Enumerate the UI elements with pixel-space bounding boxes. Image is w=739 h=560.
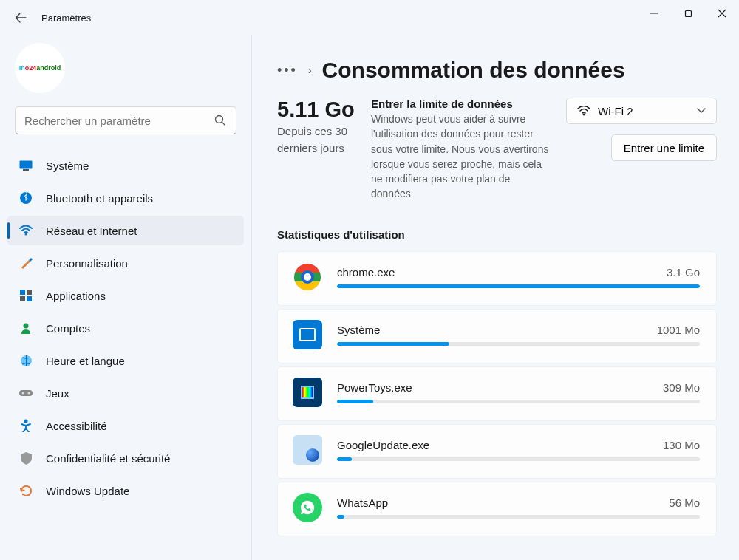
chrome-icon: [293, 262, 322, 292]
usage-bar: [337, 400, 700, 403]
breadcrumb: ••• › Consommation des données: [277, 58, 717, 83]
limit-description: Windows peut vous aider à suivre l'utili…: [371, 112, 550, 202]
nav-label: Jeux: [46, 387, 69, 400]
svg-rect-9: [27, 290, 32, 295]
search-input[interactable]: [15, 106, 236, 134]
limit-heading: Entrer la limite de données: [371, 98, 550, 110]
summary-panel: 5.11 Go Depuis ces 30 derniers jours Ent…: [277, 98, 717, 202]
nav-item-bluetooth[interactable]: Bluetooth et appareils: [7, 183, 244, 213]
avatar-logo: Ino24android: [19, 64, 61, 72]
shield-icon: [19, 451, 33, 465]
titlebar: Paramètres: [0, 0, 739, 35]
app-usage: 130 Mo: [663, 439, 700, 451]
search-wrap: [15, 106, 236, 134]
svg-rect-5: [23, 169, 29, 171]
app-row: WhatsApp56 Mo: [277, 482, 717, 536]
maximize-button[interactable]: [671, 0, 705, 27]
window-title: Paramètres: [41, 13, 91, 24]
svg-point-2: [216, 116, 223, 123]
app-row: PowerToys.exe309 Mo: [277, 366, 717, 421]
usage-bar: [337, 515, 700, 519]
wifi-icon: [577, 106, 590, 116]
nav-label: Personnalisation: [46, 257, 128, 270]
svg-point-12: [24, 324, 29, 329]
usage-bar: [337, 284, 700, 288]
nav-item-network[interactable]: Réseau et Internet: [7, 216, 244, 245]
nav-list: Système Bluetooth et appareils Réseau et…: [7, 151, 244, 505]
app-row: GoogleUpdate.exe130 Mo: [277, 424, 717, 479]
close-icon: [718, 9, 726, 18]
page-title: Consommation des données: [322, 58, 625, 83]
chevron-right-icon: ›: [308, 64, 312, 76]
app-name: WhatsApp: [337, 496, 388, 509]
close-button[interactable]: [705, 0, 739, 27]
nav-label: Confidentialité et sécurité: [46, 452, 170, 465]
nav-label: Windows Update: [46, 485, 129, 497]
svg-point-7: [25, 233, 27, 236]
svg-point-17: [24, 420, 28, 423]
nav-item-update[interactable]: Windows Update: [7, 476, 244, 505]
main-content: ••• › Consommation des données 5.11 Go D…: [251, 35, 739, 560]
clock-globe-icon: [19, 354, 33, 367]
app-usage: 1001 Mo: [657, 324, 700, 336]
system-icon: [293, 320, 322, 349]
svg-rect-1: [685, 10, 691, 16]
usage-block: 5.11 Go Depuis ces 30 derniers jours: [277, 98, 355, 202]
network-dropdown[interactable]: Wi-Fi 2: [566, 98, 717, 124]
nav-label: Accessibilité: [46, 420, 107, 432]
app-usage: 56 Mo: [669, 496, 700, 509]
app-name: PowerToys.exe: [337, 381, 412, 394]
system-icon: [19, 159, 33, 172]
breadcrumb-more-icon[interactable]: •••: [277, 64, 298, 77]
sidebar: Ino24android Système Bluetooth et appare…: [0, 35, 251, 560]
user-avatar[interactable]: Ino24android: [15, 43, 65, 93]
person-icon: [19, 321, 33, 335]
usage-period: Depuis ces 30 derniers jours: [277, 123, 355, 157]
nav-item-personalization[interactable]: Personnalisation: [7, 248, 244, 278]
nav-item-accessibility[interactable]: Accessibilité: [7, 411, 244, 440]
nav-label: Comptes: [46, 322, 90, 335]
svg-rect-4: [20, 161, 33, 169]
wifi-icon: [19, 224, 33, 237]
nav-item-time[interactable]: Heure et langue: [7, 346, 244, 375]
svg-rect-10: [20, 296, 25, 301]
app-usage-list: chrome.exe3.1 Go Système1001 Mo PowerToy…: [277, 251, 717, 536]
window-controls: [637, 0, 739, 27]
svg-point-15: [22, 392, 24, 395]
search-icon: [214, 115, 226, 126]
apps-icon: [19, 289, 33, 302]
minimize-button[interactable]: [637, 0, 671, 27]
nav-label: Heure et langue: [46, 355, 125, 367]
enter-limit-button[interactable]: Entrer une limite: [611, 134, 717, 161]
nav-item-gaming[interactable]: Jeux: [7, 378, 244, 408]
usage-bar: [337, 457, 700, 461]
app-name: GoogleUpdate.exe: [337, 439, 429, 451]
network-label: Wi-Fi 2: [598, 105, 689, 117]
app-name: Système: [337, 324, 380, 336]
usage-total: 5.11 Go: [277, 98, 355, 122]
nav-item-accounts[interactable]: Comptes: [7, 313, 244, 343]
usage-bar-fill: [337, 342, 449, 346]
nav-label: Applications: [46, 290, 106, 302]
back-button[interactable]: [9, 6, 33, 30]
nav-item-system[interactable]: Système: [7, 151, 244, 180]
bluetooth-icon: [19, 191, 33, 205]
maximize-icon: [684, 10, 692, 18]
stats-heading: Statistiques d'utilisation: [277, 228, 717, 241]
app-row: Système1001 Mo: [277, 309, 717, 363]
button-label: Entrer une limite: [624, 142, 704, 154]
whatsapp-icon: [293, 493, 322, 522]
app-usage: 3.1 Go: [667, 266, 700, 279]
svg-rect-11: [27, 296, 32, 301]
nav-item-apps[interactable]: Applications: [7, 281, 244, 310]
svg-point-18: [583, 114, 585, 116]
usage-bar-fill: [337, 515, 344, 519]
gamepad-icon: [19, 386, 33, 400]
svg-rect-8: [20, 290, 25, 295]
nav-label: Bluetooth et appareils: [46, 192, 153, 205]
app-name: chrome.exe: [337, 266, 395, 279]
update-icon: [19, 484, 33, 497]
app-usage: 309 Mo: [663, 381, 700, 394]
nav-item-privacy[interactable]: Confidentialité et sécurité: [7, 443, 244, 473]
limit-info: Entrer la limite de données Windows peut…: [371, 98, 550, 202]
